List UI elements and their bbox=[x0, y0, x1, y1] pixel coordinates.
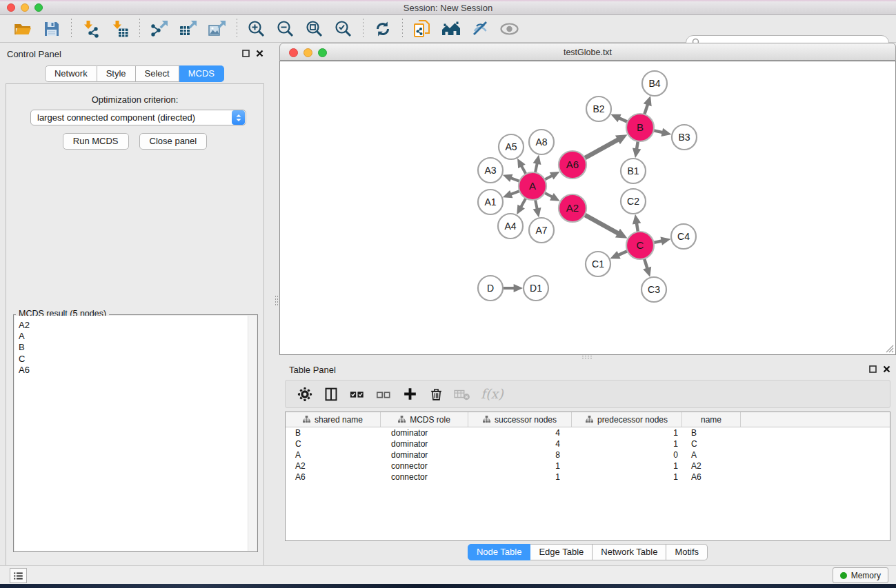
criterion-select[interactable]: largest connected component (directed) bbox=[30, 110, 246, 125]
cell-name[interactable]: B bbox=[682, 428, 741, 438]
column-visibility-icon[interactable] bbox=[321, 384, 341, 405]
cell-name[interactable]: A bbox=[682, 450, 741, 460]
tab-node-table[interactable]: Node Table bbox=[468, 544, 531, 560]
zoom-selected-icon[interactable] bbox=[332, 18, 355, 40]
table-row[interactable]: B dominator 4 1 B bbox=[286, 427, 890, 438]
table-header-row: shared name MCDS role successor nodes pr… bbox=[286, 412, 890, 427]
cell-mcds-role[interactable]: dominator bbox=[381, 450, 468, 460]
close-panel-icon[interactable] bbox=[883, 365, 890, 373]
memory-button[interactable]: Memory bbox=[833, 567, 888, 583]
run-mcds-button[interactable]: Run MCDS bbox=[63, 133, 129, 150]
column-header-shared-name[interactable]: shared name bbox=[286, 412, 381, 427]
graph-edge[interactable] bbox=[584, 214, 619, 234]
node-table[interactable]: shared name MCDS role successor nodes pr… bbox=[285, 412, 890, 541]
table-row[interactable]: A dominator 8 0 A bbox=[286, 449, 890, 460]
graph-node-label: A6 bbox=[566, 159, 579, 170]
cell-mcds-role[interactable]: dominator bbox=[381, 439, 468, 449]
ndex-home-icon[interactable] bbox=[439, 18, 463, 40]
table-row[interactable]: A6 connector 1 1 A6 bbox=[286, 472, 890, 483]
close-panel-button[interactable]: Close panel bbox=[139, 133, 208, 150]
cell-name[interactable]: A2 bbox=[682, 461, 741, 471]
network-canvas[interactable]: AA1A2A3A4A5A6A7A8BB1B2B3B4CC1C2C3C4DD1 bbox=[279, 61, 896, 355]
eye-icon[interactable] bbox=[497, 18, 521, 40]
cell-predecessor-nodes[interactable]: 0 bbox=[572, 450, 682, 460]
delete-table-icon[interactable] bbox=[452, 384, 472, 405]
float-panel-icon[interactable] bbox=[869, 365, 877, 373]
toolbar-separator bbox=[139, 19, 140, 39]
graph-edge[interactable] bbox=[584, 139, 619, 159]
column-header-successor-nodes[interactable]: successor nodes bbox=[468, 412, 572, 427]
table-row[interactable]: A2 connector 1 1 A2 bbox=[286, 460, 890, 472]
cell-predecessor-nodes[interactable]: 1 bbox=[572, 472, 682, 482]
add-column-icon[interactable] bbox=[399, 384, 420, 405]
table-settings-icon[interactable] bbox=[295, 384, 315, 405]
result-list-scrollbar[interactable] bbox=[248, 316, 257, 551]
main-toolbar bbox=[0, 15, 896, 43]
tab-mcds[interactable]: MCDS bbox=[179, 65, 224, 82]
cell-predecessor-nodes[interactable]: 1 bbox=[572, 461, 682, 471]
edge-arrowhead-icon bbox=[533, 207, 541, 217]
float-panel-icon[interactable] bbox=[242, 50, 250, 57]
cell-mcds-role[interactable]: dominator bbox=[381, 428, 468, 438]
tab-motifs[interactable]: Motifs bbox=[666, 544, 708, 560]
deselect-all-icon[interactable] bbox=[373, 384, 394, 405]
cell-shared-name[interactable]: B bbox=[286, 428, 381, 438]
tab-network[interactable]: Network bbox=[45, 65, 97, 82]
list-item[interactable]: A2 bbox=[19, 320, 257, 331]
refresh-icon[interactable] bbox=[371, 18, 395, 40]
resize-grip-icon[interactable] bbox=[886, 345, 894, 353]
task-history-button[interactable] bbox=[10, 568, 27, 583]
cyndex-icon[interactable] bbox=[410, 18, 434, 40]
control-panel-tabs: Network Style Select MCDS bbox=[0, 65, 269, 82]
table-panel-tabs: Node Table Edge Table Network Table Moti… bbox=[279, 544, 896, 560]
tab-network-table[interactable]: Network Table bbox=[593, 544, 666, 560]
column-header-predecessor-nodes[interactable]: predecessor nodes bbox=[572, 412, 682, 427]
cell-predecessor-nodes[interactable]: 1 bbox=[572, 428, 682, 438]
list-item[interactable]: C bbox=[19, 354, 257, 365]
list-item[interactable]: A6 bbox=[19, 365, 257, 376]
graph-node-label: D1 bbox=[530, 283, 542, 294]
save-session-icon[interactable] bbox=[40, 18, 63, 40]
network-window-titlebar[interactable]: testGlobe.txt bbox=[279, 43, 896, 61]
open-session-icon[interactable] bbox=[11, 18, 34, 40]
export-network-icon[interactable] bbox=[148, 18, 171, 40]
zoom-out-icon[interactable] bbox=[274, 18, 297, 40]
import-network-icon[interactable] bbox=[79, 18, 103, 40]
edge-arrowhead-icon bbox=[643, 267, 651, 277]
cell-successor-nodes[interactable]: 1 bbox=[468, 472, 572, 482]
list-item[interactable]: A bbox=[19, 331, 257, 342]
list-item[interactable]: B bbox=[19, 342, 257, 353]
zoom-in-icon[interactable] bbox=[245, 18, 268, 40]
function-builder-icon[interactable]: f(x) bbox=[478, 384, 508, 405]
cell-successor-nodes[interactable]: 4 bbox=[468, 428, 572, 438]
cell-shared-name[interactable]: A bbox=[286, 450, 381, 460]
export-image-icon[interactable] bbox=[206, 18, 229, 40]
shared-attribute-icon bbox=[303, 416, 310, 423]
import-table-icon[interactable] bbox=[108, 18, 132, 40]
tab-edge-table[interactable]: Edge Table bbox=[530, 544, 593, 560]
delete-column-icon[interactable] bbox=[426, 384, 446, 405]
cell-mcds-role[interactable]: connector bbox=[381, 472, 468, 482]
cell-mcds-role[interactable]: connector bbox=[381, 461, 468, 471]
cell-name[interactable]: A6 bbox=[682, 472, 741, 482]
tab-style[interactable]: Style bbox=[97, 65, 136, 82]
column-header-mcds-role[interactable]: MCDS role bbox=[381, 412, 468, 427]
graphics-details-icon[interactable] bbox=[468, 18, 492, 40]
column-header-name[interactable]: name bbox=[682, 412, 741, 427]
cell-shared-name[interactable]: A6 bbox=[286, 472, 381, 482]
cell-predecessor-nodes[interactable]: 1 bbox=[572, 439, 682, 449]
cell-successor-nodes[interactable]: 4 bbox=[468, 439, 572, 449]
mcds-result-list[interactable]: A2 A B C A6 bbox=[14, 316, 257, 551]
cell-shared-name[interactable]: A2 bbox=[286, 461, 381, 471]
select-all-icon[interactable] bbox=[347, 384, 368, 405]
cell-name[interactable]: C bbox=[682, 439, 741, 449]
panel-splitter-handle[interactable] bbox=[275, 295, 279, 306]
tab-select[interactable]: Select bbox=[136, 65, 179, 82]
close-panel-icon[interactable] bbox=[256, 50, 263, 57]
zoom-fit-icon[interactable] bbox=[303, 18, 326, 40]
cell-shared-name[interactable]: C bbox=[286, 439, 381, 449]
cell-successor-nodes[interactable]: 8 bbox=[468, 450, 572, 460]
table-row[interactable]: C dominator 4 1 C bbox=[286, 438, 890, 449]
export-table-icon[interactable] bbox=[177, 18, 200, 40]
cell-successor-nodes[interactable]: 1 bbox=[468, 461, 572, 471]
